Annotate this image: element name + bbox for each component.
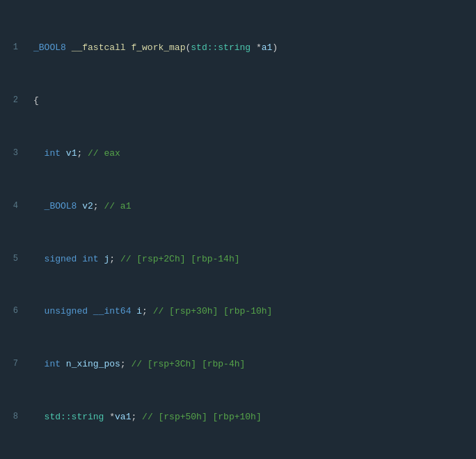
line-num-1: 1: [3, 42, 24, 53]
line-1: 1 _BOOL8 __fastcall f_work_map(std::stri…: [3, 42, 476, 53]
line-2: 2 {: [3, 95, 476, 106]
line-6: 6 unsigned __int64 i; // [rsp+30h] [rbp-…: [3, 306, 476, 316]
code-8: std::string *va1; // [rsp+50h] [rbp+10h]: [33, 412, 476, 422]
line-num-5: 5: [3, 254, 24, 264]
code-5: signed int j; // [rsp+2Ch] [rbp-14h]: [33, 254, 476, 264]
line-num-8: 8: [3, 412, 24, 422]
code-6: unsigned __int64 i; // [rsp+30h] [rbp-10…: [33, 306, 476, 316]
code-1: _BOOL8 __fastcall f_work_map(std::string…: [33, 42, 476, 53]
line-3: 3 int v1; // eax: [3, 148, 476, 159]
line-num-2: 2: [3, 95, 24, 106]
line-4: 4 _BOOL8 v2; // a1: [3, 201, 476, 211]
code-3: int v1; // eax: [33, 148, 476, 159]
code-viewer: 1 _BOOL8 __fastcall f_work_map(std::stri…: [0, 0, 476, 459]
code-4: _BOOL8 v2; // a1: [33, 201, 476, 211]
code-7: int n_xing_pos; // [rsp+3Ch] [rbp-4h]: [33, 359, 476, 369]
line-num-4: 4: [3, 201, 24, 211]
code-content: 1 _BOOL8 __fastcall f_work_map(std::stri…: [0, 0, 476, 459]
line-num-7: 7: [3, 359, 24, 369]
line-5: 5 signed int j; // [rsp+2Ch] [rbp-14h]: [3, 254, 476, 264]
line-num-3: 3: [3, 148, 24, 159]
line-7: 7 int n_xing_pos; // [rsp+3Ch] [rbp-4h]: [3, 359, 476, 369]
code-2: {: [33, 95, 476, 106]
line-num-6: 6: [3, 306, 24, 316]
line-8: 8 std::string *va1; // [rsp+50h] [rbp+10…: [3, 412, 476, 422]
